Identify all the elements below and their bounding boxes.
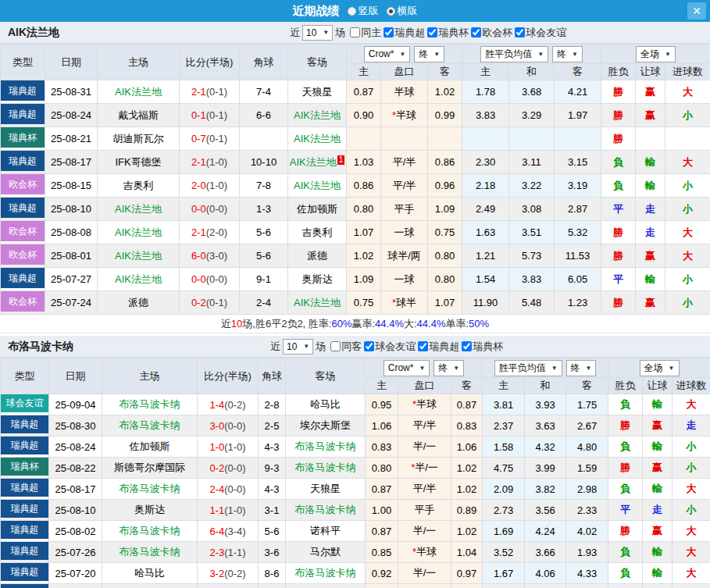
handicap: 平/半 [381,151,428,174]
odds-company-select[interactable]: Crow*▼ [364,46,411,62]
home-team[interactable]: AIK法兰地 [98,221,180,244]
close-icon[interactable]: ✕ [687,2,706,20]
score: 3-2(0-2) [198,563,259,584]
table-row: 球会友谊25-09-04布洛马波卡纳1-4(0-2)2-8哈马比0.95*半球0… [1,394,710,415]
league-checkbox[interactable] [462,341,472,351]
handicap: *半/一 [398,458,451,479]
handicap [381,127,428,151]
away-team: 哈马比 [286,394,366,415]
same-venue-checkbox[interactable] [350,27,360,37]
away-team[interactable]: AIK法兰地 [288,104,347,127]
table-row: 欧会杯25-08-01AIK法兰地6-0(3-0)5-6派德1.02球半/两0.… [1,244,710,268]
avg-draw: 4.06 [525,563,566,584]
radio-icon[interactable] [387,7,395,16]
result: 負 [608,542,643,563]
home-team[interactable]: 布洛马波卡纳 [102,394,198,415]
avg-type-select[interactable]: 胜平负均值▼ [494,360,562,376]
league-checkbox[interactable] [427,27,437,37]
col-corner: 角球 [259,358,286,394]
home-team[interactable]: 布洛马波卡纳 [102,479,198,500]
away-team[interactable]: 布洛马波卡纳 [286,500,366,521]
home-team[interactable]: 布洛马波卡纳 [102,584,198,588]
match-count-select[interactable]: 10▼ [302,25,333,41]
scope-select[interactable]: 全场▼ [640,360,680,376]
result: 勝 [601,291,636,315]
same-venue-checkbox[interactable] [330,341,341,351]
away-team: 天狼星 [286,479,366,500]
odds-stage-select[interactable]: 终▼ [414,46,444,62]
league-checkbox[interactable] [471,27,481,37]
home-team[interactable]: AIK法兰地 [98,268,180,291]
corners: 8-6 [259,563,286,584]
col-goals: 进球数 [673,378,710,394]
home-team[interactable]: 布洛马波卡纳 [102,542,198,563]
avg-stage-select[interactable]: 终▼ [566,360,597,376]
chevron-down-icon: ▼ [419,365,425,372]
away-team[interactable]: 布洛马波卡纳 [286,563,366,584]
league-badge: 瑞典超 [1,563,49,584]
col-type: 类型 [1,358,49,394]
match-date: 25-08-02 [49,521,102,542]
away-team: 佐加顿斯 [288,198,347,221]
chevron-down-icon: ▼ [586,365,592,372]
match-rows-1: 球会友谊25-09-04布洛马波卡纳1-4(0-2)2-8哈马比0.95*半球0… [1,394,710,588]
score: 2-0(0-0) [198,584,259,588]
radio-icon[interactable] [348,7,356,16]
avg-type-select[interactable]: 胜平负均值▼ [480,46,548,62]
odds-stage-select[interactable]: 终▼ [433,360,464,376]
league-checkbox[interactable] [515,27,525,37]
home-odds: 0.80 [366,458,398,479]
handicap-result [636,127,665,151]
match-date: 25-08-10 [45,198,98,221]
score: 0-2(0-1) [180,291,240,315]
home-team[interactable]: AIK法兰地 [98,80,180,104]
layout-radio-vertical[interactable]: 竖版 [348,4,379,18]
league-filter: 欧会杯 [471,26,512,40]
table-row: 瑞典超25-07-20哈马比3-2(0-2)8-6布洛马波卡纳0.92半/一0.… [1,563,710,584]
away-team[interactable]: AIK法兰地 [288,127,347,151]
home-team[interactable]: AIK法兰地 [98,198,180,221]
league-filter: 瑞典超 [384,26,425,40]
home-team[interactable]: 布洛马波卡纳 [102,521,198,542]
avg-away: 11.53 [555,244,601,268]
away-team[interactable]: AIK法兰地 [288,291,347,315]
team-name: 布洛马波卡纳 [8,340,73,354]
avg-stage-select[interactable]: 终▼ [552,46,583,62]
away-odds: 0.80 [428,244,462,268]
away-team[interactable]: AIK法兰地 [288,174,347,198]
handicap-result: 赢 [643,584,673,588]
away-odds: 0.86 [428,151,462,174]
league-checkbox[interactable] [418,341,428,351]
away-team[interactable]: AIK法兰地1 [288,151,347,174]
score: 1-0(1-0) [198,437,259,458]
home-team[interactable]: AIK法兰地 [98,244,180,268]
avg-home: 2.37 [483,415,525,437]
match-count-select[interactable]: 10▼ [283,339,313,355]
handicap-result: 輸 [636,174,665,198]
result: 平 [601,268,636,291]
handicap: 半球 [381,80,428,104]
handicap: 半/一 [398,437,451,458]
handicap-result: 輸 [643,563,673,584]
chevron-down-icon: ▼ [537,51,544,58]
corners: 9-3 [259,458,286,479]
result: 負 [608,563,643,584]
match-date: 25-07-26 [49,542,102,563]
chevron-down-icon: ▼ [453,365,459,372]
away-team[interactable]: 布洛马波卡纳 [286,437,366,458]
league-checkbox[interactable] [364,341,374,351]
goals-result: 小 [673,458,710,479]
handicap-result: 走 [636,221,665,244]
away-team[interactable]: 布洛马波卡纳 [286,458,366,479]
result: 勝 [601,80,636,104]
home-team[interactable]: 布洛马波卡纳 [102,415,198,437]
goals-result [665,127,710,151]
league-checkbox[interactable] [384,27,394,37]
titlebar: 近期战绩 竖版 横版 ✕ [0,0,710,22]
odds-company-select[interactable]: Crow*▼ [384,360,430,376]
handicap: *球半 [381,291,428,315]
scope-select[interactable]: 全场▼ [636,46,676,62]
col-handicap-result: 让球 [643,378,673,394]
avg-home: 1.58 [483,437,525,458]
layout-radio-horizontal[interactable]: 横版 [387,4,418,18]
